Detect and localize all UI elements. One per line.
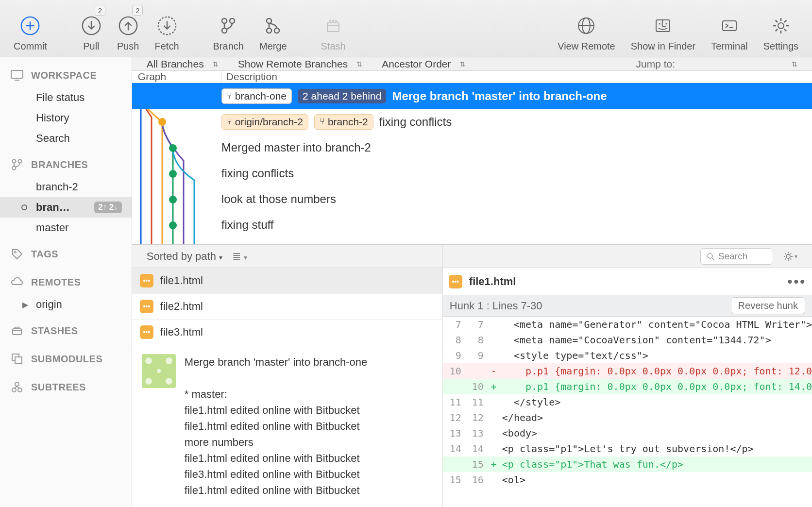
view-remote-button[interactable]: View Remote <box>550 0 623 57</box>
view-mode-selector[interactable]: ≣ ▾ <box>232 250 247 263</box>
settings-button[interactable]: Settings <box>756 0 806 57</box>
pull-button[interactable]: 2 Pull <box>73 0 109 57</box>
column-description[interactable]: Description <box>221 71 277 83</box>
subtrees-icon <box>10 380 24 394</box>
sidebar-item-search[interactable]: Search <box>0 128 132 149</box>
subtrees-header[interactable]: SUBTREES <box>0 375 132 399</box>
remote-branch-tag: ⑂origin/branch-2 <box>221 114 308 130</box>
diff-line[interactable]: 1414<p class="p1">Let's try out subversi… <box>443 441 812 456</box>
file-row[interactable]: •••file1.html <box>132 268 442 294</box>
commit-row[interactable]: Merged master into branch-2 <box>132 135 812 160</box>
diff-line[interactable]: 1212</head> <box>443 410 812 425</box>
svg-point-54 <box>708 254 712 258</box>
commit-button[interactable]: Commit <box>6 0 55 57</box>
stash-icon <box>323 16 343 36</box>
tag-icon <box>10 247 24 261</box>
search-input[interactable]: Search <box>700 248 773 265</box>
column-headers: Graph Description <box>132 71 812 83</box>
order-filter[interactable]: Ancestor Order⇅ <box>382 58 465 70</box>
pull-icon <box>81 16 102 36</box>
diff-file-header: ••• file1.html ••• <box>443 268 812 295</box>
svg-point-31 <box>13 160 16 163</box>
file-list: •••file1.html •••file2.html •••file3.htm… <box>132 268 442 345</box>
stash-button[interactable]: Stash <box>313 0 354 57</box>
sidebar-branch-branch-one[interactable]: bran… 2↑ 2↓ <box>0 197 132 218</box>
diff-line[interactable]: 77 <meta name="Generator" content="Cocoa… <box>443 317 812 332</box>
diff-line[interactable]: 88 <meta name="CocoaVersion" content="13… <box>443 332 812 348</box>
submodules-icon <box>10 352 24 366</box>
modified-icon: ••• <box>140 325 153 339</box>
remote-filter[interactable]: Show Remote Branches⇅ <box>238 58 362 70</box>
diff-line[interactable]: 1516<ol> <box>443 472 812 488</box>
file-row[interactable]: •••file3.html <box>132 320 442 345</box>
svg-point-44 <box>18 388 22 392</box>
search-icon <box>707 253 714 260</box>
push-icon <box>118 16 138 36</box>
svg-line-55 <box>712 258 714 260</box>
sidebar-remote-origin[interactable]: ▶ origin <box>0 294 132 315</box>
fetch-button[interactable]: Fetch <box>147 0 186 57</box>
more-options-button[interactable]: ••• <box>788 274 806 289</box>
tags-header[interactable]: TAGS <box>0 242 132 266</box>
merge-button[interactable]: Merge <box>252 0 295 57</box>
sort-selector[interactable]: Sorted by path ▾ <box>147 250 222 263</box>
svg-point-17 <box>329 20 331 22</box>
svg-rect-35 <box>13 329 21 335</box>
branches-header[interactable]: BRANCHES <box>0 152 132 177</box>
submodules-header[interactable]: SUBMODULES <box>0 347 132 371</box>
diff-settings-button[interactable]: ▾ <box>783 251 797 262</box>
commit-title: Merge branch 'master' into branch-one <box>185 354 367 370</box>
author-avatar <box>142 354 176 388</box>
plus-circle-icon <box>20 16 40 36</box>
column-graph[interactable]: Graph <box>132 71 221 83</box>
commit-row[interactable]: ⑂origin/branch-2 ⑂branch-2 fixing confli… <box>132 109 812 135</box>
jump-to[interactable]: Jump to: <box>636 58 675 70</box>
diff-line[interactable]: 1313<body> <box>443 425 812 441</box>
sidebar-branch-branch-2[interactable]: branch-2 <box>0 177 132 197</box>
sidebar-item-file-status[interactable]: File status <box>0 87 132 108</box>
svg-rect-15 <box>327 23 339 32</box>
sidebar-branch-master[interactable]: master <box>0 218 132 238</box>
diff-line[interactable]: 10- p.p1 {margin: 0.0px 0.0px 0.0px 0.0p… <box>443 363 812 379</box>
commit-message: fixing conflicts <box>221 167 294 180</box>
commit-message: Merge branch 'master' into branch-one <box>392 89 607 103</box>
branch-button[interactable]: Branch <box>205 0 252 57</box>
cloud-icon <box>10 275 24 289</box>
branch-icon <box>218 16 238 36</box>
sidebar: WORKSPACE File status History Search BRA… <box>0 57 132 507</box>
diff-line[interactable]: 99 <style type="text/css"> <box>443 348 812 363</box>
modified-icon: ••• <box>140 274 153 287</box>
toolbar: Commit 2 Pull 2 Push Fetch Branch Merge … <box>0 0 812 57</box>
reverse-hunk-button[interactable]: Reverse hunk <box>731 297 805 314</box>
commit-row[interactable]: fixing conflicts <box>132 160 812 186</box>
svg-rect-41 <box>15 357 22 364</box>
file-row[interactable]: •••file2.html <box>132 294 442 320</box>
workspace-header[interactable]: WORKSPACE <box>0 63 132 87</box>
current-branch-indicator-icon <box>21 204 27 210</box>
svg-rect-29 <box>11 70 23 78</box>
hunk-header: Hunk 1 : Lines 7-30 Reverse hunk <box>443 295 812 317</box>
stashes-header[interactable]: STASHES <box>0 319 132 343</box>
commit-row[interactable]: look at those numbers <box>132 186 812 212</box>
svg-point-32 <box>18 160 22 163</box>
remotes-header[interactable]: REMOTES <box>0 270 132 294</box>
sidebar-item-history[interactable]: History <box>0 108 132 128</box>
svg-point-14 <box>274 28 279 33</box>
push-button[interactable]: 2 Push <box>109 0 147 57</box>
filter-bar: All Branches⇅ Show Remote Branches⇅ Ance… <box>132 57 812 71</box>
diff-line[interactable]: 15+<p class="p1">That was fun.</p> <box>443 456 812 472</box>
svg-point-13 <box>267 28 271 33</box>
diff-line[interactable]: 10+ p.p1 {margin: 0.0px 0.0px 0.0px 0.0p… <box>443 379 812 394</box>
updown-icon: ⇅ <box>792 60 797 68</box>
merge-icon <box>263 16 283 36</box>
branches-filter[interactable]: All Branches⇅ <box>147 58 219 70</box>
commit-row[interactable]: ⑂branch-one 2 ahead 2 behind Merge branc… <box>132 83 812 109</box>
svg-point-18 <box>332 20 334 22</box>
terminal-button[interactable]: Terminal <box>703 0 756 57</box>
finder-icon <box>653 16 673 36</box>
diff-file-name: file1.html <box>469 275 516 288</box>
show-in-finder-button[interactable]: Show in Finder <box>623 0 703 57</box>
stash-icon <box>10 323 24 338</box>
commit-row[interactable]: fixing stuff <box>132 212 812 237</box>
diff-line[interactable]: 1111 </style> <box>443 394 812 410</box>
